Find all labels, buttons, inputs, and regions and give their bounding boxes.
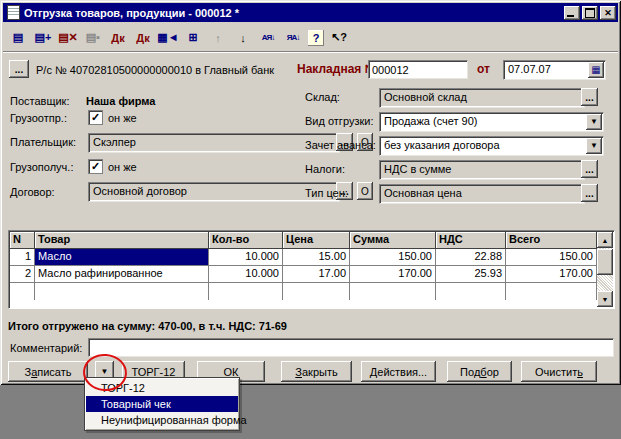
contract-field[interactable]: Основной договор	[88, 182, 340, 202]
scroll-thumb[interactable]	[597, 249, 613, 275]
table-cell[interactable]: 17.00	[283, 266, 350, 283]
table-cell-empty[interactable]	[10, 283, 35, 300]
table-cell[interactable]: 15.00	[283, 249, 350, 266]
podbor-button[interactable]: Подбор	[447, 361, 512, 382]
consignee-checkbox[interactable]: ✓	[88, 159, 103, 174]
move-down-icon[interactable]: ↓	[233, 28, 253, 48]
table-cell-empty[interactable]	[506, 283, 597, 300]
context-help-icon[interactable]: ↖?	[329, 28, 349, 48]
table-cell[interactable]: 10.000	[209, 266, 283, 283]
debit-credit-alt-icon[interactable]: Дк	[133, 28, 153, 48]
table-cell-empty[interactable]	[35, 283, 209, 300]
price-type-field[interactable]: Основная цена	[379, 184, 585, 204]
close-form-label: акрыть	[302, 366, 338, 378]
move-up-icon[interactable]: ↑	[208, 28, 228, 48]
table-cell-selected[interactable]: Масло	[35, 249, 209, 266]
contract-value: Основной договор	[93, 185, 187, 197]
table-cell-empty[interactable]	[209, 283, 283, 300]
sort-asc-icon[interactable]: АЯ↓	[258, 28, 278, 48]
table-cell[interactable]: Масло рафинированное	[35, 266, 209, 283]
close-icon: ✕	[604, 8, 612, 18]
sort-desc-icon[interactable]: ЯА↓	[283, 28, 303, 48]
minimize-button[interactable]	[564, 6, 580, 20]
maximize-icon	[585, 8, 595, 18]
table-cell[interactable]: 10.000	[209, 249, 283, 266]
scroll-down-button[interactable]: ▼	[597, 291, 613, 307]
advance-offset-dropdown-button[interactable]: ▼	[586, 138, 602, 154]
table-header-n[interactable]: N	[10, 232, 35, 249]
actions-button[interactable]: Действия...	[361, 361, 436, 382]
table-header-qty[interactable]: Кол-во	[209, 232, 283, 249]
contract-label: Договор:	[10, 186, 55, 198]
table-cell-empty[interactable]	[283, 283, 350, 300]
table-cell-empty[interactable]	[350, 283, 436, 300]
scroll-up-button[interactable]: ▲	[597, 232, 613, 248]
warehouse-field[interactable]: Основной склад	[379, 88, 585, 108]
table-header-sum[interactable]: Сумма	[350, 232, 436, 249]
move-record-icon[interactable]: ▦◄	[158, 28, 178, 48]
contract-open-button[interactable]: О	[357, 182, 373, 200]
account-ellipsis-button[interactable]: ...	[9, 60, 29, 78]
save-button[interactable]: Записать	[8, 361, 88, 382]
shipment-type-combo[interactable]: Продажа (счет 90) ▼	[379, 112, 604, 132]
calendar-button[interactable]: ▦	[588, 62, 604, 78]
table-cell[interactable]: 170.00	[350, 266, 436, 283]
payer-value: Скэлпер	[93, 136, 136, 148]
debit-credit-icon[interactable]: Дк	[108, 28, 128, 48]
clear-label: Очистит	[535, 366, 577, 378]
table-scrollbar[interactable]: ▲ ▼	[597, 232, 613, 307]
table-cell[interactable]: 1	[10, 249, 35, 266]
consignor-label: Грузоотпр.:	[10, 112, 67, 124]
invoice-number-input[interactable]	[368, 60, 468, 79]
payer-label: Плательщик:	[10, 136, 76, 148]
comment-label: Комментарий:	[10, 342, 82, 354]
taxes-field[interactable]: НДС в сумме	[379, 160, 585, 180]
insert-table-icon[interactable]: ⊞	[183, 28, 203, 48]
close-button[interactable]: ✕	[600, 6, 616, 20]
consignee-checkbox-label: он же	[108, 161, 137, 173]
warehouse-label: Склад:	[305, 91, 340, 103]
advance-offset-label: Зачет аванса:	[305, 139, 376, 151]
table-cell[interactable]: 150.00	[506, 249, 597, 266]
taxes-ellipsis-button[interactable]: ...	[581, 160, 598, 178]
maximize-button[interactable]	[582, 6, 598, 20]
table-cell[interactable]: 2	[10, 266, 35, 283]
table-cell[interactable]: 170.00	[506, 266, 597, 283]
table-cell[interactable]: 22.88	[436, 249, 506, 266]
titlebar[interactable]: Отгрузка товаров, продукции - 000012 * ✕	[3, 3, 618, 22]
close-form-button[interactable]: Закрыть	[281, 361, 352, 382]
new-row-icon[interactable]: ▤	[8, 28, 28, 48]
shipment-type-label: Вид отгрузки:	[305, 115, 373, 127]
warehouse-ellipsis-button[interactable]: ...	[581, 88, 598, 106]
price-type-ellipsis-button[interactable]: ...	[581, 184, 598, 202]
clear-button[interactable]: Очистить	[521, 361, 597, 382]
calendar-icon: ▦	[591, 62, 600, 78]
menu-item-neunif-forma[interactable]: Неунифицированная форма	[86, 412, 238, 428]
window: Отгрузка товаров, продукции - 000012 * ✕…	[0, 0, 621, 385]
consignor-checkbox[interactable]: ✓	[88, 110, 103, 125]
shipment-type-dropdown-button[interactable]: ▼	[586, 114, 602, 130]
comment-input[interactable]	[88, 338, 614, 357]
table-header-price[interactable]: Цена	[283, 232, 350, 249]
minimize-icon	[567, 15, 574, 17]
table-cell-empty[interactable]	[436, 283, 506, 300]
help-icon[interactable]: ?	[308, 30, 324, 46]
consignor-checkbox-label: он же	[108, 112, 137, 124]
delete-row-icon[interactable]: ▤✕	[58, 28, 78, 48]
table-header-item[interactable]: Товар	[35, 232, 209, 249]
advance-offset-combo[interactable]: без указания договора ▼	[379, 136, 604, 156]
payer-field[interactable]: Скэлпер	[88, 133, 340, 153]
table-header-total[interactable]: Всего	[506, 232, 597, 249]
scroll-up-icon: ▲	[602, 237, 609, 244]
menu-item-tovarny-chek[interactable]: Товарный чек	[86, 396, 238, 412]
date-input[interactable]: 07.07.07 ▦	[503, 60, 606, 80]
copy-row-icon[interactable]: ▤+	[33, 28, 53, 48]
save-row-icon[interactable]: ▤▪	[83, 28, 103, 48]
table-cell[interactable]: 150.00	[350, 249, 436, 266]
podbor-label: Под	[460, 366, 480, 378]
price-type-value: Основная цена	[384, 187, 462, 199]
window-title: Отгрузка товаров, продукции - 000012 *	[24, 7, 564, 19]
table-cell[interactable]: 25.93	[436, 266, 506, 283]
invoice-number-label: Накладная №	[297, 62, 378, 76]
table-header-vat[interactable]: НДС	[436, 232, 506, 249]
